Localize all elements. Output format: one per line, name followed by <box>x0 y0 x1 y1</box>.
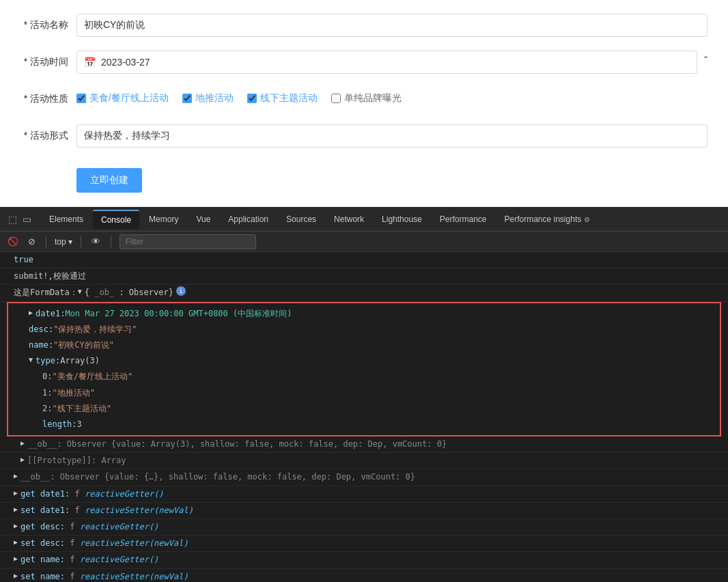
set-date1-expand[interactable] <box>14 504 18 515</box>
nature-label: * 活动性质 <box>20 87 68 105</box>
date-value: 2023-03-27 <box>101 57 150 68</box>
ob-obj-expand[interactable] <box>14 471 18 482</box>
level-select[interactable]: top ▾ <box>55 237 72 247</box>
time-label: * 活动时间 <box>20 51 68 68</box>
toolbar-sep-1 <box>46 236 46 247</box>
arr1-value: "地推活动" <box>52 387 94 400</box>
set-desc-expand[interactable] <box>14 537 18 548</box>
nature-option-label-2: 线下主题活动 <box>260 92 318 105</box>
clear-console-icon[interactable]: 🚫 <box>5 234 20 249</box>
nature-option-label-3: 单纯品牌曝光 <box>344 92 402 105</box>
nature-option-0[interactable]: 美食/餐厅线上活动 <box>76 92 169 105</box>
type-value: Array(3) <box>60 355 100 368</box>
console-submit-value: submit!,校验通过 <box>14 270 86 283</box>
nature-option-label-0: 美食/餐厅线上活动 <box>89 92 169 105</box>
get-date1-expand[interactable] <box>14 488 18 499</box>
nature-checkbox-0[interactable] <box>76 94 86 103</box>
inspect-icon[interactable]: ⬚ <box>5 214 20 225</box>
type-expand[interactable] <box>29 355 33 365</box>
hl-date1: date1: Mon Mar 27 2023 00:00:00 GMT+0800… <box>8 306 720 322</box>
form-row-nature: * 活动性质 美食/餐厅线上活动 地推活动 线下主题活动 单纯品牌曝光 <box>20 87 708 112</box>
name-input[interactable] <box>76 14 708 37</box>
date1-key: date1: <box>36 307 65 320</box>
ob-obj-text: __ob__: Observer {value: {…}, shallow: f… <box>20 471 415 484</box>
console-output: true submit!,校验通过 这是FormData： { _ob_ : O… <box>0 252 728 582</box>
get-name-text: get name: f reactiveGetter() <box>20 553 158 566</box>
eye-icon[interactable]: 👁 <box>89 234 102 249</box>
submit-button[interactable]: 立即创建 <box>76 168 142 193</box>
console-line-submit: submit!,校验通过 <box>0 268 728 285</box>
tab-lighthouse[interactable]: Lighthouse <box>374 210 430 228</box>
date1-expand[interactable] <box>29 307 33 318</box>
form-row-format: * 活动形式 <box>20 124 708 149</box>
nature-option-2[interactable]: 线下主题活动 <box>247 92 318 105</box>
hl-name: name: "初映CY的前说" <box>8 337 720 353</box>
console-line-true: true <box>0 252 728 268</box>
level-chevron-icon: ▾ <box>68 237 72 247</box>
tab-application[interactable]: Application <box>220 210 277 228</box>
desc-key: desc: <box>29 323 53 336</box>
get-desc-text: get desc: f reactiveGetter() <box>20 521 158 534</box>
hl-arr0: 0: "美食/餐厅线上活动" <box>8 369 720 385</box>
console-prototype-array: [[Prototype]]: Array <box>0 453 728 469</box>
proto-array-text: [[Prototype]]: Array <box>27 454 126 467</box>
tab-elements[interactable]: Elements <box>41 210 92 228</box>
get-desc-expand[interactable] <box>14 521 18 531</box>
proto-array-expand[interactable] <box>20 454 25 465</box>
console-line-formdata: 这是FormData： { _ob_ : Observer} i <box>0 285 728 301</box>
level-label: top <box>55 237 66 247</box>
formdata-expand-arrow[interactable] <box>78 286 82 297</box>
console-get-desc: get desc: f reactiveGetter() <box>0 519 728 536</box>
tab-performance-insights[interactable]: Performance insights ⚙ <box>496 210 598 228</box>
nature-checkbox-1[interactable] <box>182 94 192 103</box>
tab-performance[interactable]: Performance <box>432 210 495 228</box>
tab-memory[interactable]: Memory <box>141 210 186 228</box>
console-set-name: set name: f reactiveSetter(newVal) <box>0 569 728 582</box>
set-desc-text: set desc: f reactiveSetter(newVal) <box>20 537 188 550</box>
arr0-key: 0: <box>42 370 52 383</box>
form-area: * 活动名称 * 活动时间 📅 2023-03-27 - * 活动性质 美食/餐… <box>0 0 728 207</box>
arr1-key: 1: <box>42 387 52 400</box>
hl-arr2: 2: "线下主题活动" <box>8 401 720 417</box>
hl-length: length: 3 <box>8 417 720 432</box>
toolbar-sep-2 <box>81 236 81 247</box>
nature-checkbox-group: 美食/餐厅线上活动 地推活动 线下主题活动 单纯品牌曝光 <box>76 87 402 105</box>
tab-console[interactable]: Console <box>93 210 139 229</box>
format-label: * 活动形式 <box>20 124 68 142</box>
hl-type: type: Array(3) <box>8 353 720 369</box>
set-name-expand[interactable] <box>14 570 18 581</box>
name-key: name: <box>29 339 53 352</box>
form-row-name: * 活动名称 <box>20 14 708 38</box>
calendar-icon: 📅 <box>84 57 96 68</box>
tab-sources[interactable]: Sources <box>278 210 324 228</box>
form-row-time: * 活动时间 📅 2023-03-27 - <box>20 51 708 75</box>
tab-network[interactable]: Network <box>326 210 372 228</box>
date1-value: Mon Mar 27 2023 00:00:00 GMT+0800 (中国标准时… <box>65 307 292 320</box>
console-ob-array: __ob__: Observer {value: Array(3), shall… <box>0 436 728 453</box>
name-label: * 活动名称 <box>20 14 68 31</box>
arr0-value: "美食/餐厅线上活动" <box>52 370 132 383</box>
format-input[interactable] <box>76 124 708 148</box>
console-true-value: true <box>14 253 33 266</box>
devtools-toolbar: 🚫 ⊘ top ▾ 👁 <box>0 232 728 252</box>
get-name-expand[interactable] <box>14 553 18 564</box>
stop-icon[interactable]: ⊘ <box>26 234 38 249</box>
hl-arr1: 1: "地推活动" <box>8 385 720 401</box>
ob-array-expand[interactable] <box>20 438 25 449</box>
tab-vue[interactable]: Vue <box>188 210 219 228</box>
nature-option-3[interactable]: 单纯品牌曝光 <box>331 92 402 105</box>
devtools-tabs-bar: ⬚ ▭ Elements Console Memory Vue Applicat… <box>0 207 728 232</box>
nature-option-label-1: 地推活动 <box>195 92 234 105</box>
highlighted-block: date1: Mon Mar 27 2023 00:00:00 GMT+0800… <box>7 302 721 437</box>
filter-input[interactable] <box>120 234 256 249</box>
device-icon[interactable]: ▭ <box>20 214 34 225</box>
nature-checkbox-3[interactable] <box>331 94 341 103</box>
info-icon[interactable]: i <box>176 286 186 296</box>
nature-option-1[interactable]: 地推活动 <box>182 92 234 105</box>
date-input[interactable]: 📅 2023-03-27 <box>76 51 697 74</box>
console-get-name: get name: f reactiveGetter() <box>0 552 728 568</box>
arr2-key: 2: <box>42 402 52 415</box>
devtools-container: ⬚ ▭ Elements Console Memory Vue Applicat… <box>0 207 728 582</box>
nature-checkbox-2[interactable] <box>247 94 257 103</box>
console-formdata-obj: { _ob_ : Observer} <box>85 286 173 299</box>
